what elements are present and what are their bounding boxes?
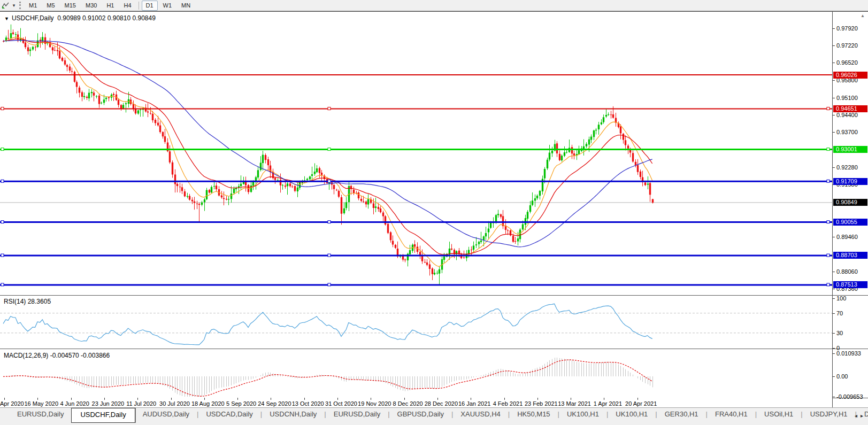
tab-eurusd-daily[interactable]: EURUSD,Daily [10,408,71,421]
axis-tick [833,313,835,314]
macd-axis-label: 0.00 [836,373,848,380]
timeframe-toolbar: ▾ M1M5M15M30H1H4D1W1MN [0,0,868,11]
axis-tick [833,167,835,168]
rsi-axis-label: 30 [836,330,843,336]
tab-xauusd-h4[interactable]: XAUUSD,H4 [453,408,508,421]
line-handle [1,221,4,223]
timeframe-button-m5[interactable]: M5 [42,1,59,11]
axis-tick [833,80,835,81]
tab-usdcnh-daily[interactable]: USDCNH,Daily [262,408,324,421]
tab-audusd-daily[interactable]: AUDUSD,Daily [135,408,197,421]
chart-open-value: 0.90989 [57,14,80,22]
axis-tick [833,376,835,377]
axis-tick [833,397,835,397]
line-handle [1,254,4,257]
tabs-scroll-left-button[interactable]: ◂ [855,413,861,419]
axis-tick [833,132,835,133]
tab-ger30-h1[interactable]: GER30,H1 [657,408,706,421]
panel-separator[interactable] [0,349,868,349]
down-candle-bodies [3,33,654,274]
line-handle [1,180,4,182]
horizontal-line-0.87513[interactable] [0,283,832,286]
tab-usdcad-daily[interactable]: USDCAD,Daily [198,408,260,421]
rsi-indicator-label: RSI(14) 28.3605 [4,298,51,305]
axis-tick [833,115,835,115]
horizontal-line-0.88703[interactable] [0,254,832,257]
axis-tick [833,98,835,98]
horizontal-line-0.90055[interactable] [0,221,832,223]
tabs-scroll-right-button[interactable]: ▸ [861,413,866,419]
timeframe-button-w1[interactable]: W1 [159,1,176,11]
horizontal-line-0.91709[interactable] [0,180,832,182]
axis-tick [833,348,835,349]
tab-uk100-h1[interactable]: UK100,H1 [559,408,606,421]
line-handle [1,148,4,151]
tab-uk100-h1[interactable]: UK100,H1 [608,408,655,421]
down-candle-wicks [4,29,653,280]
time-tick [204,398,205,400]
price-axis[interactable]: ▲ 0.979200.972200.965200.958000.951000.9… [833,12,868,408]
line-handle [328,148,331,151]
time-tick [337,398,338,400]
timeframe-button-m15[interactable]: M15 [60,1,80,11]
level-price-tag: 0.91709 [833,178,867,185]
timeframe-buttons-group: M1M5M15M30H1H4D1W1MN [24,0,195,11]
time-tick [37,398,38,400]
time-tick [4,398,5,400]
tab-eurusd-daily[interactable]: EURUSD,Daily [326,408,388,421]
time-tick [237,398,238,400]
horizontal-line-0.94651[interactable] [0,107,832,110]
timeframe-button-d1[interactable]: D1 [142,1,158,11]
ma-fast-line [3,37,652,266]
line-handle [328,180,331,182]
axis-tick-label: 0.92280 [836,164,858,171]
up-candle-wicks [6,25,648,285]
panel-separator[interactable] [0,295,868,296]
time-tick [371,398,371,400]
axis-tick [833,289,835,289]
toolbar-dropdown-caret-icon[interactable]: ▾ [11,3,17,8]
price-chart[interactable] [0,12,832,295]
timeframe-button-m1[interactable]: M1 [25,1,41,11]
tab-usoil-h1[interactable]: USOil,H1 [757,408,801,421]
level-price-tag: 0.87513 [833,281,867,288]
tab-fra40-h1[interactable]: FRA40,H1 [708,408,755,421]
axis-tick-label: 0.97220 [836,42,858,49]
tab-usdchf-daily[interactable]: USDCHF,Daily [71,408,135,423]
horizontal-line-0.93001[interactable] [0,148,832,151]
time-tick [271,398,271,400]
toolbar-grip-handle[interactable] [19,2,21,9]
macd-main-value: -0.004570 [50,352,79,359]
time-tick [437,398,438,400]
level-price-tag: 0.90055 [833,219,867,226]
chart-collapse-icon[interactable]: ▼ [4,16,9,21]
macd-indicator-label: MACD(12,26,9) -0.004570 -0.003866 [4,352,110,359]
tab-gbpusd-daily[interactable]: GBPUSD,Daily [390,408,451,421]
macd-axis-label: -0.009653 [836,393,863,400]
macd-histogram [4,358,653,397]
timeframe-button-m30[interactable]: M30 [81,1,101,11]
time-tick [404,398,405,400]
time-tick [604,398,604,400]
tab-usdjpy-h1[interactable]: USDJPY,H1 [803,408,855,421]
time-axis[interactable]: 28 Apr 202016 May 20204 Jun 202023 Jun 2… [0,398,832,408]
macd-chart[interactable] [0,349,832,398]
timeframe-button-h1[interactable]: H1 [102,1,118,11]
line-handle [827,148,829,151]
axis-tick [833,45,835,46]
axis-tick [833,333,835,334]
axis-tick-label: 0.88060 [836,268,858,275]
chart-title: ▼USDCHF,Daily 0.90989 0.91002 0.90810 0.… [4,14,156,22]
rsi-chart[interactable] [0,295,832,349]
axis-scroll-up-icon[interactable]: ▲ [861,13,865,18]
tab-hk50-m15[interactable]: HK50,M15 [510,408,557,421]
timeframe-button-mn[interactable]: MN [177,1,195,11]
timeframe-button-h4[interactable]: H4 [119,1,135,11]
line-studies-icon[interactable] [1,1,11,10]
line-handle [827,221,829,223]
time-tick [537,398,538,400]
chart-tabs-bar: EURUSD,DailyUSDCHF,DailyAUDUSD,Daily|USD… [0,407,868,425]
line-handle [328,254,331,257]
axis-tick [833,272,835,272]
axis-tick-label: 0.95100 [836,95,858,101]
